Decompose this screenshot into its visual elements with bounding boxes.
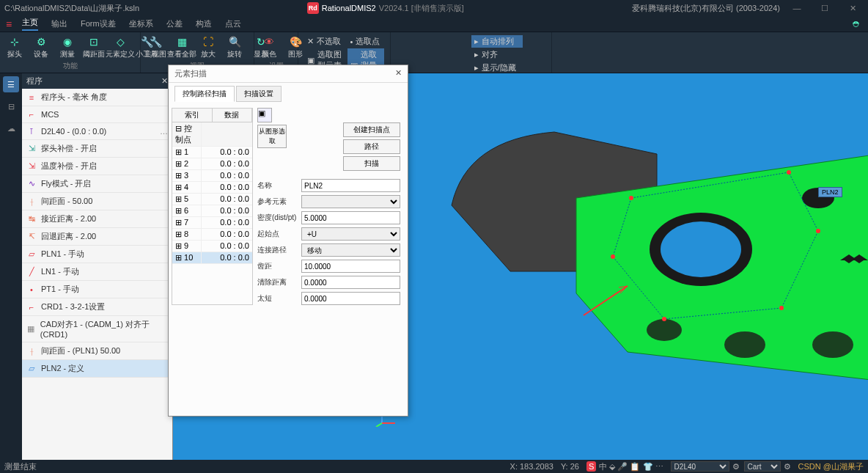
mode-select[interactable]: Cart <box>744 461 781 472</box>
conn-select[interactable]: 移动 <box>301 243 400 257</box>
ribbon-测量[interactable]: ◉测量 <box>57 35 78 59</box>
svg-point-13 <box>629 196 633 200</box>
prog-item-12[interactable]: ⌐CRD1 - 3-2-1设置 <box>22 298 172 316</box>
ribbon-放大[interactable]: ⛶放大 <box>198 35 218 59</box>
menu-home[interactable]: 主页 <box>22 17 38 31</box>
prog-item-1[interactable]: ⌐MCS <box>22 106 172 123</box>
prog-item-15[interactable]: ▱PLN2 - 定义 <box>22 360 172 378</box>
create-scan-button[interactable]: 创建扫描点 <box>343 122 400 137</box>
file-path: C:\RationalDMIS2\Data\山湖果子.ksln <box>4 3 139 14</box>
grid-row[interactable]: ⊞ 30.0 : 0.0 <box>172 170 252 182</box>
name-input[interactable] <box>301 179 400 192</box>
prog-item-14[interactable]: ⟊间距面 - (PLN1) 50.00 <box>22 342 172 360</box>
pick-3[interactable]: •选取点 <box>347 35 384 48</box>
short-input[interactable] <box>301 292 400 305</box>
tool-select[interactable]: D2L40 <box>671 461 729 472</box>
prog-item-2[interactable]: ⊺D2L40 - (0.0 : 0.0)… <box>22 123 172 140</box>
ref-select[interactable] <box>301 195 400 208</box>
ribbon-颜色[interactable]: 👁颜色 <box>259 35 279 59</box>
menu-construct[interactable]: 构造 <box>196 18 212 29</box>
from-shape-button[interactable]: 从图形选取 <box>257 125 287 148</box>
lb-tree-icon[interactable]: ⊟ <box>3 98 19 114</box>
grid-row[interactable]: ⊞ 60.0 : 0.0 <box>172 205 252 217</box>
svg-point-18 <box>611 254 615 259</box>
pick-mode-icon[interactable]: ▣ <box>257 108 272 122</box>
grid-row[interactable]: ⊞ 10.0 : 0.0 <box>172 147 252 158</box>
app-name: RationalDMIS2 <box>322 4 376 12</box>
help-icon[interactable]: ⛑ <box>853 20 861 29</box>
program-title: 程序 <box>26 76 43 87</box>
path-button[interactable]: 路径 <box>343 139 400 154</box>
svg-line-25 <box>376 423 382 427</box>
svg-point-16 <box>779 306 784 310</box>
grid-row[interactable]: ⊞ 80.0 : 0.0 <box>172 229 252 241</box>
prog-item-6[interactable]: ⟊间距面 - 50.00 <box>22 193 172 210</box>
menu-output[interactable]: 输出 <box>51 18 67 29</box>
menu-tol[interactable]: 公差 <box>166 18 183 29</box>
hamburger-icon[interactable]: ≡ <box>6 18 12 30</box>
tab-scan-set[interactable]: 扫描设置 <box>236 86 282 102</box>
svg-point-9 <box>647 319 682 341</box>
ribbon-元素定义[interactable]: ◇元素定义 <box>110 35 130 59</box>
grid-row[interactable]: ⊞ 70.0 : 0.0 <box>172 217 252 229</box>
rpt-0[interactable]: ▸自动排列 <box>471 35 523 48</box>
prog-item-8[interactable]: ↸回退距离 - 2.00 <box>22 228 172 246</box>
margin-input[interactable] <box>301 260 400 273</box>
prog-item-9[interactable]: ▱PLN1 - 手动 <box>22 246 172 263</box>
close-button[interactable]: ✕ <box>842 4 864 13</box>
grid-row[interactable]: ⊞ 50.0 : 0.0 <box>172 194 252 205</box>
prog-item-5[interactable]: ∿Fly模式 - 开启 <box>22 175 172 193</box>
lb-cloud-icon[interactable]: ☁ <box>3 120 19 136</box>
rpt-1[interactable]: ▸对齐 <box>471 48 523 61</box>
prog-item-0[interactable]: ≡程序头 - 毫米 角度 <box>22 89 172 106</box>
grid-row[interactable]: ⊞ 20.0 : 0.0 <box>172 158 252 170</box>
app-version: V2024.1 [非销售演示版] <box>379 3 464 14</box>
svg-point-7 <box>812 331 853 358</box>
prog-item-7[interactable]: ↹接近距离 - 2.00 <box>22 210 172 228</box>
menu-form[interactable]: Form误差 <box>81 18 116 29</box>
element-marker[interactable]: PLN2 <box>818 187 842 197</box>
ribbon-旋转[interactable]: 🔍旋转 <box>224 35 245 59</box>
ime-icon[interactable]: S <box>586 461 596 472</box>
program-panel: 程序✕ ≡程序头 - 毫米 角度⌐MCS⊺D2L40 - (0.0 : 0.0)… <box>22 73 173 460</box>
clear-input[interactable] <box>301 276 400 289</box>
prog-item-10[interactable]: ╱LN1 - 手动 <box>22 263 172 281</box>
left-toolbar: ☰ ⊟ ☁ <box>0 73 22 460</box>
density-input[interactable] <box>301 211 400 224</box>
prog-item-3[interactable]: ⇲探头补偿 - 开启 <box>22 140 172 158</box>
status-x: X: 183.2083 <box>510 462 553 471</box>
company-label: 爱科腾瑞科技(北京)有限公司 (2003-2024) <box>632 3 780 14</box>
maximize-button[interactable]: ☐ <box>814 4 836 13</box>
app-logo: Rd <box>307 2 319 14</box>
tab-ctrl-path[interactable]: 控制路径扫描 <box>174 86 235 102</box>
grid-row[interactable]: ⊞ 90.0 : 0.0 <box>172 241 252 252</box>
status-y: Y: 26 <box>561 462 579 471</box>
watermark: CSDN @山湖果子 <box>798 461 864 472</box>
lb-list-icon[interactable]: ☰ <box>3 76 19 92</box>
scan-button[interactable]: 扫描 <box>343 156 400 171</box>
grid-row[interactable]: ⊞ 100.0 : 0.0 <box>172 252 252 264</box>
grid-row[interactable]: ⊞ 40.0 : 0.0 <box>172 182 252 194</box>
ribbon-查看全部[interactable]: ▦查看全部 <box>172 35 192 59</box>
control-grid[interactable]: 索引数据 ⊟ 控制点 ⊞ 10.0 : 0.0⊞ 20.0 : 0.0⊞ 30.… <box>172 108 253 305</box>
prog-item-11[interactable]: •PT1 - 手动 <box>22 281 172 298</box>
start-select[interactable]: +U <box>301 227 400 241</box>
ribbon-group-func: 功能 <box>4 60 136 71</box>
ribbon-阈距面[interactable]: ⊡阈距面 <box>84 35 104 59</box>
menu-crd[interactable]: 坐标系 <box>129 18 153 29</box>
prog-item-13[interactable]: ▦CAD对齐1 - (CADM_1) 对齐于 (CRD1) <box>22 316 172 342</box>
rpt-2[interactable]: ▸显示/隐藏 <box>471 62 523 74</box>
dialog-close-icon[interactable]: ✕ <box>395 68 402 79</box>
panel-close-icon[interactable]: ✕ <box>161 76 168 86</box>
prog-item-4[interactable]: ⇲温度补偿 - 开启 <box>22 158 172 175</box>
ribbon-主视图[interactable]: 🔧主视图 <box>145 35 166 59</box>
status-result: 测量结束 <box>4 461 37 472</box>
ribbon-设备[interactable]: ⚙设备 <box>31 35 51 59</box>
svg-point-15 <box>816 229 820 233</box>
minimize-button[interactable]: — <box>786 4 808 12</box>
svg-point-8 <box>724 331 765 358</box>
menu-cloud[interactable]: 点云 <box>225 18 241 29</box>
pick-0[interactable]: ✕不选取 <box>304 35 347 48</box>
col-index: 索引 <box>172 109 213 122</box>
ribbon-探头[interactable]: ⊹探头 <box>4 35 25 59</box>
